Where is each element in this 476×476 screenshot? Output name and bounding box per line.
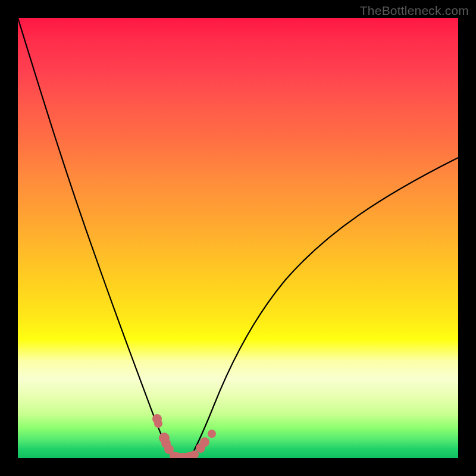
- markers-left: [152, 414, 174, 454]
- chart-svg: [18, 18, 458, 458]
- svg-point-1: [154, 419, 162, 428]
- left-curve: [18, 18, 174, 457]
- markers-valley: [170, 450, 199, 458]
- watermark-text: TheBottleneck.com: [360, 4, 469, 18]
- svg-point-14: [200, 437, 209, 447]
- svg-point-15: [208, 430, 216, 438]
- right-curve: [192, 158, 458, 455]
- chart-container: TheBottleneck.com: [0, 0, 476, 476]
